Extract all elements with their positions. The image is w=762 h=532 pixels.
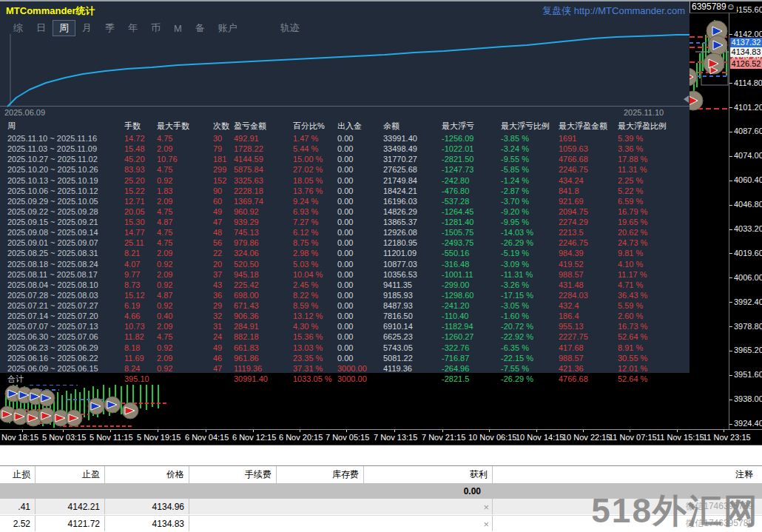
stats-cell-max_float_profit_pct: 8.91 %: [618, 343, 688, 353]
tab-年[interactable]: 年: [122, 21, 144, 36]
stats-cell-max_float_loss_pct: -20.72 %: [501, 321, 557, 331]
close-order-button[interactable]: ×: [483, 501, 489, 512]
stats-cell-max_float_loss_pct: -3.70 %: [501, 196, 557, 206]
stats-cell-max_float_loss_pct: -1.24 %: [501, 175, 557, 186]
price-tick: 4046.80: [729, 200, 762, 209]
stats-cell-pnl: 671.43: [234, 300, 291, 311]
stats-cell-lots: 12.71: [124, 196, 155, 206]
stats-cell-balance: 27625.68: [383, 164, 440, 175]
window-top-frame: [0, 0, 762, 1]
tab-综[interactable]: 综: [7, 21, 29, 36]
stats-row: 2025.07.28 ~ 2025.08.0315.124.8736698.00…: [0, 290, 689, 300]
stats-cell-pct: 2.45 %: [293, 280, 336, 290]
stats-cell-max_float_loss: -1281.40: [442, 217, 499, 227]
stats-cell-balance: 6625.23: [383, 331, 440, 342]
time-label: 5 Nov 03:15: [42, 433, 86, 442]
stats-cell-max_float_loss_pct: -3.05 %: [501, 300, 557, 311]
stats-cell-max_float_profit_pct: 17.88 %: [618, 154, 688, 164]
tab-bar: 综日周月季年币M备账户轨迹: [7, 21, 307, 36]
stats-row: 2025.08.18 ~ 2025.08.244.070.9220520.505…: [0, 259, 689, 269]
stats-cell-period: 2025.09.29 ~ 2025.10.05: [7, 196, 120, 206]
order-fee: [189, 516, 277, 531]
stats-cell-lots: 8.24: [124, 363, 155, 374]
stats-cell-pnl: 745.13: [234, 227, 291, 238]
stats-cell-trades: 181: [213, 154, 232, 164]
stats-cell-max_float_loss: -299.00: [442, 280, 499, 290]
stats-cell-trades: 47: [213, 217, 232, 227]
stats-cell-period: 合计: [7, 373, 120, 385]
stats-cell-max_float_loss_pct: -5.19 %: [501, 248, 557, 258]
stats-cell-trades: 32: [213, 311, 232, 321]
stats-cell-trades: 48: [213, 227, 232, 238]
stats-cell-max_float_profit: 2274.29: [559, 217, 616, 227]
stats-cell-max_lots: 4.87: [157, 290, 210, 300]
stats-row: 2025.06.09 ~ 2025.06.158.240.92471119.36…: [0, 363, 689, 374]
stats-cell-max_float_loss: -241.20: [442, 300, 499, 311]
stats-cell-pnl: 979.86: [234, 238, 291, 248]
time-axis[interactable]: Nov 18:155 Nov 03:155 Nov 11:155 Nov 19:…: [0, 429, 762, 445]
stats-cell-max_float_profit_pct: 16.73 %: [618, 321, 688, 331]
stats-cell-max_float_loss_pct: -17.15 %: [501, 290, 557, 300]
tab-轨迹[interactable]: 轨迹: [274, 21, 306, 36]
tab-周[interactable]: 周: [53, 21, 75, 36]
stats-cell-lots: 395.10: [124, 373, 155, 385]
stats-cell-max_float_profit_pct: 20.62 %: [618, 227, 688, 238]
stats-cell-max_float_loss: -2821.5: [442, 373, 499, 385]
stats-cell-max_lots: 2.09: [157, 321, 210, 331]
stats-cell-period: 2025.09.15 ~ 2025.09.21: [7, 217, 120, 227]
tab-币[interactable]: 币: [145, 21, 166, 36]
stats-cell-max_float_loss: -1022.01: [442, 144, 499, 154]
stats-cell-trades: 90: [213, 186, 232, 196]
price-tick: 4060.40: [729, 175, 762, 184]
stats-cell-max_float_loss: -1001.11: [442, 269, 499, 280]
stats-cell-in_out: 0.00: [337, 248, 382, 258]
stats-cell-lots: 14.77: [124, 227, 155, 238]
stats-cell-pnl: 1369.74: [234, 196, 291, 206]
stats-cell-pct: 8.22 %: [293, 290, 336, 300]
time-label: Nov 18:15: [1, 433, 38, 442]
stats-cell-max_float_loss: -716.87: [442, 353, 499, 363]
time-label: 11 Nov 15:15: [656, 433, 704, 442]
price-axis[interactable]: 4155.604142.004114.804101.204087.604074.…: [729, 0, 762, 429]
time-label: 5 Nov 11:15: [90, 433, 133, 442]
stats-cell-max_float_loss_pct: -11.31 %: [501, 269, 557, 280]
stats-cell-max_lots: 4.75: [157, 164, 210, 175]
stats-cell-in_out: 0.00: [337, 300, 382, 311]
stats-cell-lots: 8.73: [124, 280, 155, 290]
stats-cell-max_float_loss_pct: -9.55 %: [501, 154, 557, 164]
stats-row: 2025.10.27 ~ 2025.11.0245.2010.761814144…: [0, 154, 689, 164]
stats-cell-max_float_profit: 2094.75: [559, 206, 616, 217]
close-order-button[interactable]: ×: [483, 518, 489, 529]
stats-cell-max_lots: 4.75: [157, 133, 210, 144]
stats-cell-lots: 83.93: [124, 164, 155, 175]
tab-日[interactable]: 日: [30, 21, 52, 36]
stats-cell-pnl: 324.06: [234, 248, 291, 258]
stats-cell-max_float_loss: -2821.50: [442, 154, 499, 164]
terminal-panel: 止损止盈价格手续费库存费获利注释 0.00 .414142.214134.96×…: [0, 445, 762, 532]
order-profit-cell: ×: [364, 499, 493, 514]
stats-cell-balance: 12180.95: [383, 238, 440, 248]
stats-cell-in_out: 0.00: [337, 227, 382, 238]
tab-账户[interactable]: 账户: [212, 21, 243, 36]
stats-cell-max_float_profit_pct: 11.17 %: [618, 269, 688, 280]
tab-月[interactable]: 月: [76, 21, 98, 36]
stats-cell-max_float_profit_pct: 4.71 %: [618, 280, 688, 290]
tab-M[interactable]: M: [168, 22, 188, 35]
tab-备[interactable]: 备: [189, 21, 211, 36]
time-label: 10 Nov 22:15: [562, 433, 610, 442]
stats-cell-period: 2025.06.23 ~ 2025.06.29: [7, 343, 120, 353]
stats-row: 2025.11.03 ~ 2025.11.0915.482.09791728.2…: [0, 144, 689, 154]
stats-cell-balance: 14826.29: [383, 206, 440, 217]
collapse-panel-arrow[interactable]: [684, 95, 689, 103]
price-tick: 4087.60: [729, 127, 762, 135]
stats-cell-max_float_loss_pct: -14.03 %: [501, 227, 557, 238]
stats-cell-period: 2025.10.27 ~ 2025.11.02: [7, 154, 120, 164]
stats-cell-max_float_loss_pct: -3.24 %: [501, 144, 557, 154]
stats-cell-max_float_loss: -264.96: [442, 363, 499, 374]
stats-cell-max_float_loss_pct: -9.20 %: [501, 206, 557, 217]
stats-cell-balance: 6910.14: [383, 321, 440, 331]
stats-cell-max_lots: 4.87: [157, 217, 210, 227]
tab-季[interactable]: 季: [99, 21, 121, 36]
stats-cell-period: 2025.08.04 ~ 2025.08.10: [7, 280, 120, 290]
stats-cell-trades: 22: [213, 248, 232, 258]
